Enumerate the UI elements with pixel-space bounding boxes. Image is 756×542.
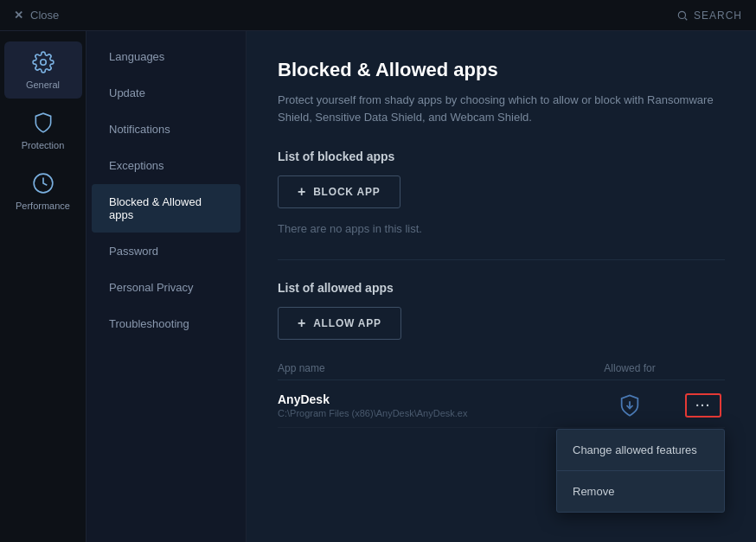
app-name: AnyDesk	[278, 392, 578, 406]
general-label: General	[26, 80, 60, 90]
menu-item-blocked-allowed[interactable]: Blocked & Allowed apps	[92, 184, 240, 233]
main-layout: General Protection Performance Languages	[0, 31, 756, 542]
protection-label: Protection	[22, 140, 65, 150]
context-menu-remove[interactable]: Remove	[557, 471, 724, 512]
menu-item-notifications[interactable]: Notifications	[92, 112, 240, 147]
svg-point-0	[678, 11, 685, 18]
close-icon: ✕	[14, 9, 23, 22]
menu-item-exceptions[interactable]: Exceptions	[92, 148, 240, 183]
menu-item-personal-privacy[interactable]: Personal Privacy	[92, 270, 240, 305]
protection-icon	[31, 111, 55, 135]
allow-app-button[interactable]: + ALLOW APP	[278, 307, 401, 340]
search-label: SEARCH	[694, 10, 742, 22]
search-button[interactable]: SEARCH	[676, 10, 742, 22]
app-path: C:\Program Files (x86)\AnyDesk\AnyDesk.e…	[278, 408, 572, 418]
no-blocked-apps-text: There are no apps in this list.	[278, 222, 725, 235]
sidebar-item-protection[interactable]: Protection	[4, 102, 82, 159]
allowed-section: List of allowed apps + ALLOW APP App nam…	[278, 281, 725, 428]
performance-label: Performance	[16, 201, 70, 211]
table-header: App name Allowed for	[278, 357, 725, 380]
allowed-for-cell	[578, 393, 682, 418]
page-description: Protect yourself from shady apps by choo…	[278, 92, 725, 125]
main-content: Blocked & Allowed apps Protect yourself …	[247, 31, 756, 542]
more-actions-button[interactable]: ···	[685, 393, 721, 418]
sidebar-item-performance[interactable]: Performance	[4, 163, 82, 220]
title-bar: ✕ Close SEARCH	[0, 0, 756, 31]
allow-app-label: ALLOW APP	[313, 317, 381, 329]
performance-icon	[31, 171, 55, 195]
blocked-section: List of blocked apps + BLOCK APP There a…	[278, 150, 725, 235]
plus-icon: +	[298, 184, 306, 200]
svg-line-1	[685, 17, 688, 20]
divider	[278, 259, 725, 260]
download-shield-icon	[618, 393, 642, 418]
sidebar-item-general[interactable]: General	[4, 41, 82, 99]
allowed-section-title: List of allowed apps	[278, 281, 725, 295]
block-app-button[interactable]: + BLOCK APP	[278, 175, 400, 208]
close-label: Close	[30, 9, 59, 22]
close-button[interactable]: ✕ Close	[14, 9, 59, 22]
col-header-app-name: App name	[278, 362, 578, 374]
blocked-section-title: List of blocked apps	[278, 150, 725, 163]
col-header-allowed-for: Allowed for	[578, 362, 682, 374]
more-actions-cell: ···	[682, 393, 725, 418]
block-app-label: BLOCK APP	[313, 186, 380, 198]
menu-item-password[interactable]: Password	[92, 233, 240, 269]
plus-icon-2: +	[298, 316, 306, 331]
general-icon	[31, 50, 55, 74]
menu-item-languages[interactable]: Languages	[92, 39, 240, 74]
context-menu-change-features[interactable]: Change allowed features	[557, 430, 724, 471]
app-info: AnyDesk C:\Program Files (x86)\AnyDesk\A…	[278, 392, 578, 418]
icon-sidebar: General Protection Performance	[0, 31, 86, 542]
table-row: AnyDesk C:\Program Files (x86)\AnyDesk\A…	[278, 384, 725, 428]
context-menu: Change allowed features Remove	[556, 429, 725, 513]
search-icon	[676, 10, 689, 22]
page-title: Blocked & Allowed apps	[278, 59, 725, 81]
menu-item-update[interactable]: Update	[92, 75, 240, 111]
menu-item-troubleshooting[interactable]: Troubleshooting	[92, 306, 240, 341]
menu-sidebar: Languages Update Notifications Exception…	[86, 31, 247, 542]
svg-point-2	[40, 60, 46, 66]
